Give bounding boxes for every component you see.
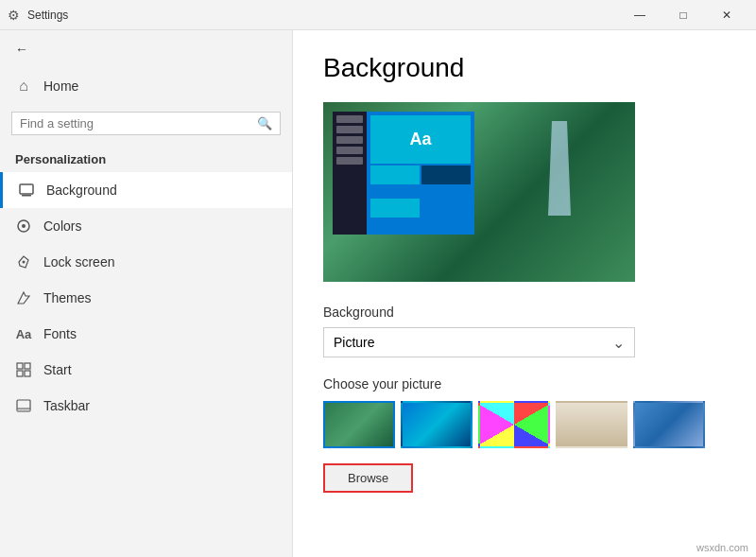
title-bar-controls: — □ ✕ bbox=[618, 0, 748, 30]
home-label: Home bbox=[43, 78, 78, 94]
sidebar-item-taskbar[interactable]: Taskbar bbox=[0, 388, 292, 424]
fonts-nav-label: Fonts bbox=[43, 326, 77, 341]
title-bar-title: Settings bbox=[27, 9, 68, 22]
picture-thumb-4[interactable] bbox=[556, 401, 627, 448]
svg-rect-7 bbox=[17, 371, 23, 376]
preview-taskbar-side bbox=[333, 112, 367, 235]
background-nav-label: Background bbox=[46, 183, 117, 198]
colors-nav-icon bbox=[15, 218, 32, 235]
fonts-nav-icon: Aa bbox=[15, 325, 32, 342]
sidebar: ← ⌂ Home 🔍 Personalization Background bbox=[0, 30, 293, 557]
pictures-row bbox=[323, 401, 726, 448]
chevron-down-icon: ⌄ bbox=[612, 334, 625, 352]
themes-nav-label: Themes bbox=[43, 290, 92, 305]
preview-ui-overlay: Aa bbox=[333, 112, 474, 235]
maximize-button[interactable]: □ bbox=[662, 0, 705, 30]
picture-thumb-5[interactable] bbox=[633, 401, 705, 448]
app-container: ← ⌂ Home 🔍 Personalization Background bbox=[0, 30, 756, 557]
preview-start-tiles: Aa bbox=[367, 112, 474, 235]
background-dropdown[interactable]: Picture ⌄ bbox=[323, 327, 635, 357]
sidebar-item-fonts[interactable]: Aa Fonts bbox=[0, 316, 292, 352]
main-content: Background Aa bbox=[293, 30, 756, 557]
sidebar-item-start[interactable]: Start bbox=[0, 352, 292, 388]
title-bar-left: ⚙ Settings bbox=[8, 8, 68, 23]
svg-point-4 bbox=[23, 261, 26, 264]
preview-container: Aa bbox=[323, 102, 635, 282]
sidebar-item-lock-screen[interactable]: Lock screen bbox=[0, 244, 292, 280]
picture-thumb-2[interactable] bbox=[401, 401, 472, 448]
colors-nav-label: Colors bbox=[43, 218, 81, 234]
sidebar-item-themes[interactable]: Themes bbox=[0, 280, 292, 316]
section-title: Personalization bbox=[0, 143, 292, 172]
back-button[interactable]: ← bbox=[0, 30, 292, 68]
taskbar-item-4 bbox=[336, 147, 363, 154]
sidebar-home-item[interactable]: ⌂ Home bbox=[0, 68, 292, 104]
preview-tile-4 bbox=[421, 199, 471, 218]
svg-rect-0 bbox=[20, 184, 33, 194]
background-label: Background bbox=[323, 305, 726, 320]
svg-rect-5 bbox=[17, 363, 23, 369]
search-input[interactable] bbox=[20, 116, 251, 131]
lock-screen-nav-label: Lock screen bbox=[43, 254, 114, 270]
search-box[interactable]: 🔍 bbox=[11, 112, 281, 135]
background-nav-icon bbox=[18, 182, 35, 199]
start-nav-icon bbox=[15, 361, 32, 378]
lock-screen-nav-icon bbox=[15, 253, 32, 270]
taskbar-item-5 bbox=[336, 157, 363, 165]
preview-tile-2 bbox=[421, 165, 471, 184]
taskbar-item-2 bbox=[336, 126, 363, 133]
sidebar-item-colors[interactable]: Colors bbox=[0, 208, 292, 244]
settings-icon: ⚙ bbox=[8, 8, 20, 23]
taskbar-item-1 bbox=[336, 115, 363, 123]
preview-tile-3 bbox=[370, 199, 420, 218]
page-title: Background bbox=[323, 53, 726, 83]
svg-rect-8 bbox=[25, 371, 30, 376]
start-nav-label: Start bbox=[43, 362, 72, 377]
svg-point-3 bbox=[22, 224, 26, 228]
minimize-button[interactable]: — bbox=[618, 0, 662, 30]
taskbar-item-3 bbox=[336, 136, 363, 144]
home-icon: ⌂ bbox=[15, 78, 32, 95]
back-arrow-icon: ← bbox=[15, 42, 28, 57]
preview-tile-aa: Aa bbox=[370, 115, 471, 164]
choose-picture-label: Choose your picture bbox=[323, 376, 726, 392]
search-icon: 🔍 bbox=[257, 116, 272, 131]
picture-thumb-3[interactable] bbox=[478, 401, 550, 448]
svg-rect-10 bbox=[17, 409, 30, 411]
picture-thumb-1[interactable] bbox=[323, 401, 395, 448]
sidebar-item-background[interactable]: Background bbox=[0, 172, 292, 208]
preview-tile-1 bbox=[370, 165, 420, 184]
watermark: wsxdn.com bbox=[696, 542, 748, 553]
browse-button[interactable]: Browse bbox=[323, 463, 413, 493]
themes-nav-icon bbox=[15, 289, 32, 306]
dropdown-value: Picture bbox=[334, 335, 375, 350]
taskbar-nav-icon bbox=[15, 397, 32, 414]
svg-rect-1 bbox=[22, 195, 31, 197]
close-button[interactable]: ✕ bbox=[705, 0, 748, 30]
title-bar: ⚙ Settings — □ ✕ bbox=[0, 0, 756, 30]
taskbar-nav-label: Taskbar bbox=[43, 398, 90, 413]
svg-rect-6 bbox=[25, 363, 30, 369]
